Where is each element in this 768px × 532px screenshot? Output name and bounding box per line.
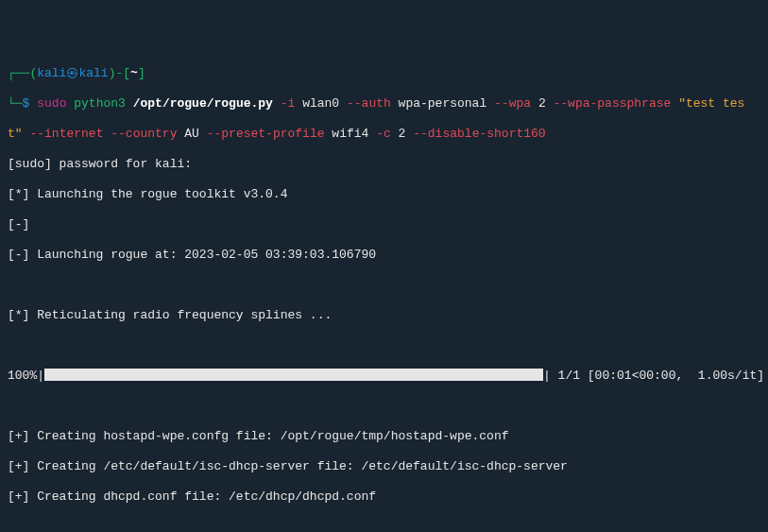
prompt-sep: ㉿ bbox=[66, 66, 78, 80]
cmd-preset: wifi4 bbox=[332, 127, 368, 141]
cmd-pass1: "test tes bbox=[678, 96, 744, 111]
cmd-country: AU bbox=[184, 127, 199, 141]
prompt-line-1: ┌──(kali㉿kali)-[~] bbox=[8, 66, 760, 81]
prog1-end: | 1/1 [00:01<00:00, 1.00s/it] bbox=[543, 369, 764, 383]
output-blank1 bbox=[8, 278, 760, 293]
prompt-close: )-[ bbox=[109, 66, 130, 80]
prompt-bracket: ] bbox=[138, 66, 145, 80]
prog1-pct: 100%| bbox=[8, 369, 44, 383]
output-blank3 bbox=[8, 399, 760, 414]
cmd-flag-i: -i bbox=[281, 96, 296, 111]
output-sudo-prompt[interactable]: [sudo] password for kali: bbox=[8, 157, 760, 172]
cmd-sudo: sudo bbox=[37, 96, 66, 111]
output-creating1: [+] Creating hostapd-wpe.confg file: /op… bbox=[8, 429, 760, 444]
output-creating3: [+] Creating dhcpd.conf file: /etc/dhcp/… bbox=[8, 489, 760, 505]
prompt-line-2[interactable]: └─$ sudo python3 /opt/rogue/rogue.py -i … bbox=[8, 96, 760, 112]
output-dash1: [-] bbox=[8, 217, 760, 232]
output-launch1: [*] Launching the rogue toolkit v3.0.4 bbox=[8, 187, 760, 202]
cmd-flag-c: -c bbox=[376, 127, 391, 141]
cmd-flag-preset: --preset-profile bbox=[207, 127, 325, 141]
cmd-flag-internet: --internet bbox=[29, 127, 103, 141]
prompt-corner2: └─ bbox=[8, 96, 23, 111]
cmd-flag-pass: --wpa-passphrase bbox=[554, 96, 672, 111]
cmd-auth: wpa-personal bbox=[399, 96, 487, 111]
cmd-flag-short: --disable-short160 bbox=[413, 127, 545, 141]
progress-bar-1: 100%|| 1/1 [00:01<00:00, 1.00s/it] bbox=[8, 369, 760, 384]
output-launch2: [-] Launching rogue at: 2023-02-05 03:39… bbox=[8, 248, 760, 263]
output-blank4 bbox=[8, 520, 760, 532]
prompt-corner: ┌──( bbox=[8, 66, 37, 80]
cmd-pass2: t" bbox=[8, 127, 23, 141]
cmd-iface: wlan0 bbox=[302, 96, 339, 111]
cmd-flag-wpa: --wpa bbox=[494, 96, 531, 111]
prompt-host: kali bbox=[78, 66, 108, 80]
cmd-wpa: 2 bbox=[538, 96, 546, 111]
cmd-python: python3 bbox=[74, 96, 126, 111]
output-creating2: [+] Creating /etc/default/isc-dhcp-serve… bbox=[8, 459, 760, 474]
prompt-path: ~ bbox=[130, 66, 138, 80]
prompt-user: kali bbox=[37, 66, 66, 80]
cmd-flag-country: --country bbox=[111, 127, 177, 141]
output-reticulating: [*] Reticulating radio frequency splines… bbox=[8, 308, 760, 323]
cmd-flag-auth: --auth bbox=[347, 96, 391, 111]
output-blank2 bbox=[8, 338, 760, 353]
cmd-script: /opt/rogue/rogue.py bbox=[133, 96, 273, 111]
prompt-line-3: t" --internet --country AU --preset-prof… bbox=[8, 127, 760, 142]
progress-fill-1 bbox=[44, 369, 543, 381]
